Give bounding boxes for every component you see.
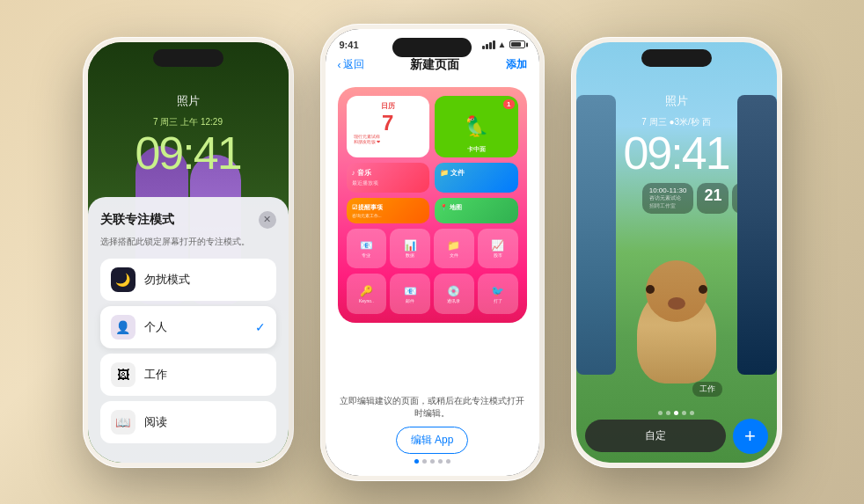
focus-modal: 关联专注模式 ✕ 选择搭配此锁定屏幕打开的专注模式。 🌙 勿扰模式 👤 个人 ✓… xyxy=(88,197,289,463)
focus-modal-title: 关联专注模式 xyxy=(100,212,174,228)
dog-photo xyxy=(628,260,725,383)
phone3-left-panel xyxy=(576,95,616,375)
dot-3 xyxy=(430,459,435,464)
reminder-widget: ☑ 提醒事项 咨询元素工作... xyxy=(347,198,430,223)
focus-modal-desc: 选择搭配此锁定屏幕打开的专注模式。 xyxy=(100,236,276,248)
widget-row-3: ☑ 提醒事项 咨询元素工作... 📍 地图 xyxy=(347,198,518,223)
personal-icon: 👤 xyxy=(111,315,135,340)
phone-left: 照片 7 周三 上午 12:29 09:41 关联专注模式 ✕ 选择搭配此锁定屏… xyxy=(83,37,294,468)
duolingo-widget: 🦜 1 卡中面 xyxy=(435,96,518,157)
phone1-time-big: 09:41 xyxy=(88,130,289,176)
camera-pill xyxy=(392,38,472,57)
edit-app-button[interactable]: 编辑 App xyxy=(396,427,469,454)
small-apps-row-2: 🔑 Keyno.. 📧 邮件 💿 通讯录 🐦 xyxy=(347,274,518,314)
phone3-dot-3-active xyxy=(674,411,678,415)
music-widget: ♪ 音乐 最近播放项 xyxy=(347,163,430,193)
small-app-keynote[interactable]: 🔑 Keyno.. xyxy=(347,274,387,314)
phone3-dot-5 xyxy=(690,411,694,415)
duolingo-label: 卡中面 xyxy=(435,145,518,154)
small-app-stocks[interactable]: 📈 股市 xyxy=(478,229,518,269)
phone3-right-panel xyxy=(737,95,777,375)
phone3-dot-2 xyxy=(666,411,670,415)
phone3-notch xyxy=(641,49,712,67)
phone3-calendar-widget: 21 xyxy=(697,183,729,214)
small-app-data[interactable]: 📊 数据 xyxy=(390,229,430,269)
small-app-twitter[interactable]: 🐦 打了 xyxy=(478,274,518,314)
nav-title: 新建页面 xyxy=(410,57,459,73)
notch xyxy=(153,49,223,67)
dnd-icon: 🌙 xyxy=(111,267,135,292)
widget-row-1: 日历 7 现行元素试样和朋友吃饭 ❤ 🦜 1 卡中面 xyxy=(347,96,518,157)
phone3-page-dots xyxy=(585,405,768,419)
dot-4 xyxy=(438,459,443,464)
reading-icon: 📖 xyxy=(111,410,135,435)
footer-description: 立即编辑建议的页面，或稍后在此专注模式打开时编辑。 xyxy=(338,395,527,420)
focus-item-reading[interactable]: 📖 阅读 xyxy=(100,401,276,443)
phone-right: 照片 7 周三 ●3米/秒 西 09:41 10:00-11:30 咨访元素试论… xyxy=(571,37,782,468)
plus-button[interactable]: + xyxy=(733,419,768,454)
work-badge: 工作 xyxy=(692,382,722,397)
phone3-dot-4 xyxy=(682,411,686,415)
status-icons: ▲ xyxy=(482,40,525,49)
phone3-bottom-controls: 工作 自定 + xyxy=(576,379,777,463)
duolingo-owl-icon: 🦜 xyxy=(465,115,488,138)
maps-widget: 📍 地图 xyxy=(435,198,518,223)
phone1-time-small: 7 周三 上午 12:29 xyxy=(88,116,289,128)
focus-item-personal[interactable]: 👤 个人 ✓ xyxy=(100,306,276,348)
phone1-title: 照片 xyxy=(88,67,289,116)
small-app-contacts[interactable]: 💿 通讯录 xyxy=(434,274,474,314)
app-preview-area: 日历 7 现行元素试样和朋友吃饭 ❤ 🦜 1 卡中面 xyxy=(326,80,539,386)
close-button[interactable]: ✕ xyxy=(259,211,276,229)
small-app-email[interactable]: 📧 邮件 xyxy=(390,274,430,314)
phone2-footer: 立即编辑建议的页面，或稍后在此专注模式打开时编辑。 编辑 App xyxy=(326,386,539,476)
back-button[interactable]: ‹ 返回 xyxy=(338,57,364,72)
small-apps-row-1: 📧 专业 📊 数据 📁 文件 📈 股市 xyxy=(347,229,518,269)
reading-label: 阅读 xyxy=(144,414,266,430)
calendar-widget: 日历 7 现行元素试样和朋友吃饭 ❤ xyxy=(347,96,430,157)
phone3-dot-1 xyxy=(658,411,663,415)
files-widget: 📁 文件 xyxy=(435,163,518,193)
status-time: 9:41 xyxy=(340,40,359,50)
small-app-mail[interactable]: 📧 专业 xyxy=(347,229,387,269)
dot-1 xyxy=(414,459,419,464)
phone3-time-widget: 10:00-11:30 咨访元素试论 招聘工作室 xyxy=(642,183,694,214)
focus-item-dnd[interactable]: 🌙 勿扰模式 xyxy=(100,259,276,301)
calendar-event-1: 现行元素试样和朋友吃饭 ❤ xyxy=(354,134,423,144)
dot-5 xyxy=(446,459,450,464)
small-app-files[interactable]: 📁 文件 xyxy=(434,229,474,269)
widget-row-2: ♪ 音乐 最近播放项 📁 文件 xyxy=(347,163,518,193)
duolingo-streak: 1 xyxy=(503,99,514,109)
phone2-navbar: ‹ 返回 新建页面 添加 xyxy=(326,54,539,80)
focus-item-work[interactable]: 🖼 工作 xyxy=(100,354,276,396)
personal-check: ✓ xyxy=(255,320,266,334)
add-button[interactable]: 添加 xyxy=(506,57,527,72)
calendar-day: 7 xyxy=(354,113,423,134)
dnd-label: 勿扰模式 xyxy=(144,272,266,288)
phone-center: 9:41 ▲ ‹ 返回 新 xyxy=(320,24,545,481)
dot-2 xyxy=(422,459,427,464)
page-dots xyxy=(338,454,527,467)
customize-button[interactable]: 自定 xyxy=(585,420,726,452)
work-label: 工作 xyxy=(144,367,266,383)
work-icon: 🖼 xyxy=(111,362,135,387)
personal-label: 个人 xyxy=(144,319,246,335)
app-grid-preview: 日历 7 现行元素试样和朋友吃饭 ❤ 🦜 1 卡中面 xyxy=(338,87,527,324)
